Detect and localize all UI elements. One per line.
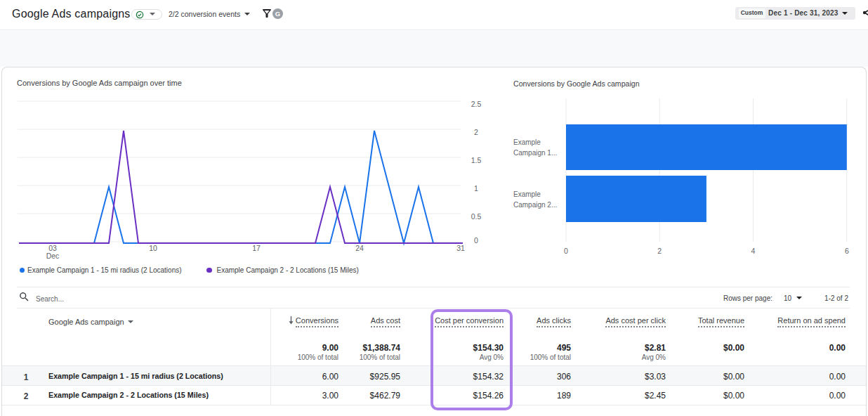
- svg-text:24: 24: [355, 244, 364, 252]
- svg-text:4: 4: [751, 247, 756, 255]
- svg-text:2: 2: [657, 247, 662, 255]
- svg-text:0: 0: [564, 247, 568, 255]
- svg-text:0.5: 0.5: [471, 212, 482, 221]
- svg-text:0: 0: [474, 236, 478, 245]
- svg-text:Campaign 2...: Campaign 2...: [513, 201, 557, 209]
- svg-text:Example: Example: [513, 190, 541, 198]
- svg-text:2.5: 2.5: [471, 100, 482, 108]
- svg-text:Campaign 1...: Campaign 1...: [513, 149, 557, 157]
- svg-text:Dec: Dec: [46, 252, 60, 260]
- svg-text:31: 31: [456, 244, 465, 252]
- svg-text:1: 1: [474, 184, 478, 193]
- svg-text:2: 2: [474, 128, 478, 136]
- svg-text:17: 17: [252, 244, 261, 252]
- svg-text:10: 10: [149, 244, 157, 252]
- svg-text:6: 6: [845, 247, 849, 255]
- svg-text:1.5: 1.5: [471, 156, 482, 164]
- svg-text:Example: Example: [513, 138, 541, 146]
